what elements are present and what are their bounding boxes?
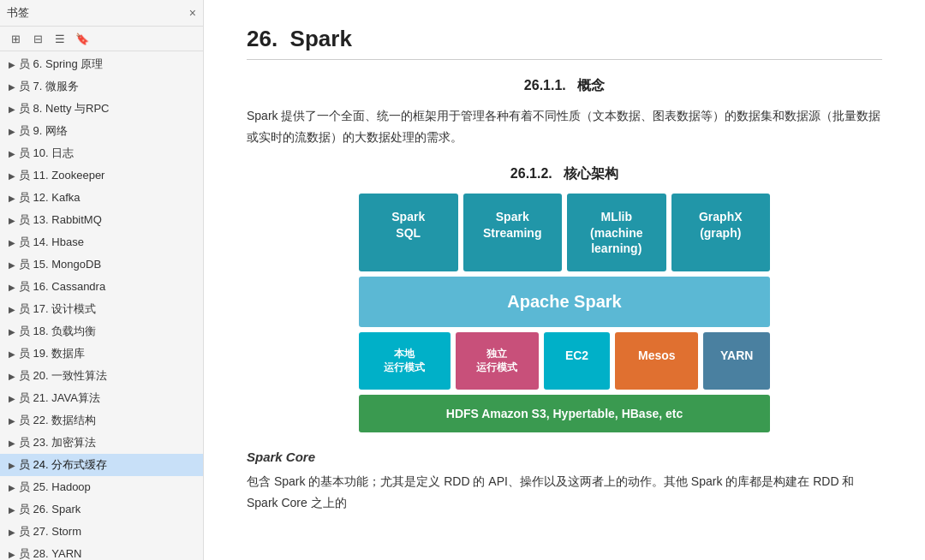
arrow-icon: ▶ — [9, 171, 15, 181]
arrow-icon: ▶ — [9, 82, 15, 92]
sidebar-item-item-24[interactable]: ▶员 24. 分布式缓存 — [0, 454, 203, 476]
sidebar-item-item-6[interactable]: ▶员 6. Spring 原理 — [0, 53, 203, 75]
sidebar-header: 书签 × — [0, 0, 203, 27]
main-content: 26. Spark 26.1.1. 概念 Spark 提供了一个全面、统一的框架… — [204, 0, 925, 560]
sidebar-item-item-14[interactable]: ▶员 14. Hbase — [0, 231, 203, 253]
toolbar-icon-3[interactable]: ☰ — [51, 30, 69, 47]
arrow-icon: ▶ — [9, 438, 15, 448]
arrow-icon: ▶ — [9, 127, 15, 136]
sidebar-item-item-21[interactable]: ▶员 21. JAVA算法 — [0, 387, 203, 409]
toolbar-icon-2[interactable]: ⊟ — [29, 30, 46, 47]
box-mesos: Mesos — [615, 332, 698, 390]
spark-diagram: SparkSQL SparkStreaming MLlib(machinelea… — [359, 194, 770, 432]
arrow-icon: ▶ — [9, 483, 15, 492]
sidebar-item-item-23[interactable]: ▶员 23. 加密算法 — [0, 432, 203, 454]
arrow-icon: ▶ — [9, 550, 15, 559]
box-yarn: YARN — [703, 332, 770, 390]
sidebar-item-item-27[interactable]: ▶员 27. Storm — [0, 521, 203, 543]
box-spark-sql: SparkSQL — [359, 194, 458, 271]
sidebar-toolbar: ⊞ ⊟ ☰ 🔖 — [0, 27, 203, 51]
arrow-icon: ▶ — [9, 260, 15, 270]
sidebar-item-item-22[interactable]: ▶员 22. 数据结构 — [0, 409, 203, 432]
sidebar-item-item-13[interactable]: ▶员 13. RabbitMQ — [0, 209, 203, 231]
sidebar-item-item-15[interactable]: ▶员 15. MongoDB — [0, 253, 203, 276]
sidebar-list: ▶员 6. Spring 原理▶员 7. 微服务▶员 8. Netty 与RPC… — [0, 51, 203, 560]
arrow-icon: ▶ — [9, 505, 15, 515]
spark-core-body: 包含 Spark 的基本功能；尤其是定义 RDD 的 API、操作以及这两者上的… — [247, 471, 882, 514]
arrow-icon: ▶ — [9, 327, 15, 337]
sidebar-item-item-18[interactable]: ▶员 18. 负载均衡 — [0, 320, 203, 343]
diagram-top-row: SparkSQL SparkStreaming MLlib(machinelea… — [359, 194, 770, 271]
arrow-icon: ▶ — [9, 104, 15, 114]
arrow-icon: ▶ — [9, 149, 15, 158]
sidebar-item-item-8[interactable]: ▶员 8. Netty 与RPC — [0, 98, 203, 120]
arrow-icon: ▶ — [9, 527, 15, 537]
apache-spark-bar: Apache Spark — [359, 277, 770, 327]
arrow-icon: ▶ — [9, 372, 15, 381]
sidebar-item-item-19[interactable]: ▶员 19. 数据库 — [0, 343, 203, 365]
sidebar-item-item-17[interactable]: ▶员 17. 设计模式 — [0, 298, 203, 320]
sidebar-item-item-28[interactable]: ▶员 28. YARN — [0, 543, 203, 560]
arrow-icon: ▶ — [9, 60, 15, 69]
toolbar-icon-4[interactable]: 🔖 — [74, 30, 91, 47]
sidebar: 书签 × ⊞ ⊟ ☰ 🔖 ▶员 6. Spring 原理▶员 7. 微服务▶员 … — [0, 0, 204, 560]
sidebar-item-item-7[interactable]: ▶员 7. 微服务 — [0, 75, 203, 98]
toolbar-icon-1[interactable]: ⊞ — [7, 30, 24, 47]
arrow-icon: ▶ — [9, 194, 15, 203]
sidebar-item-item-25[interactable]: ▶员 25. Hadoop — [0, 476, 203, 498]
arrow-icon: ▶ — [9, 216, 15, 225]
spark-core-label: Spark Core — [247, 450, 882, 464]
sidebar-title: 书签 — [7, 5, 29, 21]
box-standalone: 独立运行模式 — [456, 332, 539, 390]
sidebar-item-item-26[interactable]: ▶员 26. Spark — [0, 498, 203, 521]
sidebar-item-item-20[interactable]: ▶员 20. 一致性算法 — [0, 365, 203, 387]
chapter-title: 26. Spark — [247, 26, 882, 60]
arrow-icon: ▶ — [9, 349, 15, 359]
arrow-icon: ▶ — [9, 283, 15, 292]
arrow-icon: ▶ — [9, 305, 15, 314]
sidebar-item-item-11[interactable]: ▶员 11. Zookeeper — [0, 164, 203, 187]
sidebar-item-item-9[interactable]: ▶员 9. 网络 — [0, 120, 203, 142]
diagram-bottom: HDFS Amazon S3, Hypertable, HBase, etc — [359, 395, 770, 432]
sidebar-close-button[interactable]: × — [189, 7, 196, 19]
arrow-icon: ▶ — [9, 416, 15, 426]
box-local: 本地运行模式 — [359, 332, 451, 390]
arrow-icon: ▶ — [9, 238, 15, 247]
sidebar-item-item-10[interactable]: ▶员 10. 日志 — [0, 142, 203, 164]
sidebar-item-item-16[interactable]: ▶员 16. Cassandra — [0, 276, 203, 298]
arrow-icon: ▶ — [9, 461, 15, 470]
section-2-title: 26.1.2. 核心架构 — [247, 165, 882, 183]
box-mllib: MLlib(machinelearning) — [567, 194, 666, 271]
sidebar-item-item-12[interactable]: ▶员 12. Kafka — [0, 187, 203, 209]
section-1-body: Spark 提供了一个全面、统一的框架用于管理各种有着不同性质（文本数据、图表数… — [247, 105, 882, 148]
arrow-icon: ▶ — [9, 394, 15, 403]
box-ec2: EC2 — [544, 332, 611, 390]
box-graphx: GraphX(graph) — [671, 194, 771, 271]
section-1-title: 26.1.1. 概念 — [247, 77, 882, 95]
box-spark-streaming: SparkStreaming — [463, 194, 563, 271]
diagram-middle-row: 本地运行模式 独立运行模式 EC2 Mesos YARN — [359, 332, 770, 390]
